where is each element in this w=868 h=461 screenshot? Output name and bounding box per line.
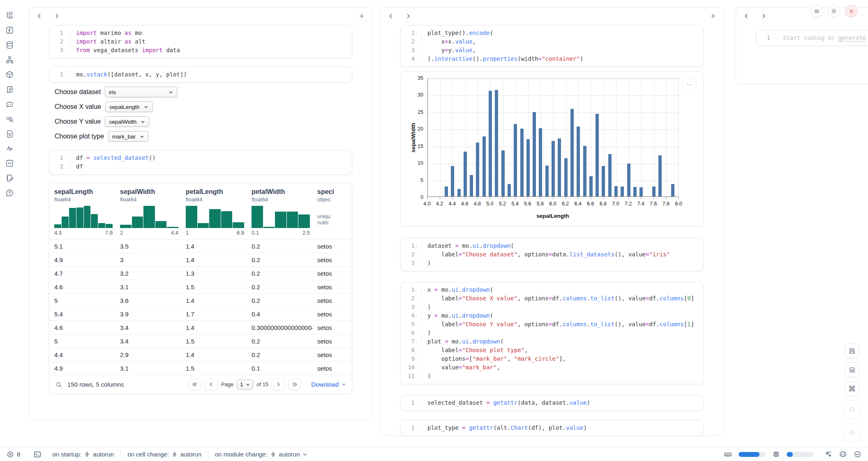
help-icon[interactable] xyxy=(5,188,14,197)
copilot-button[interactable] xyxy=(839,450,847,459)
shutdown-button[interactable] xyxy=(845,5,857,17)
dataframe-table: sepalLengthfloat644.37.9sepalWidthfloat6… xyxy=(49,183,352,394)
empty-cell-editor[interactable]: 1 Start coding or generate with xyxy=(756,30,868,46)
last-page-button[interactable] xyxy=(288,378,301,390)
dropdown-label: Choose plot type xyxy=(55,133,104,140)
table-header-row: sepalLengthfloat644.37.9sepalWidthfloat6… xyxy=(49,183,352,239)
code-cell-plot[interactable]: 1⌄plot_type().encode(2 x=x.value,3 y=y.v… xyxy=(400,25,704,67)
chart-bar xyxy=(652,187,656,197)
generate-link[interactable]: generate xyxy=(838,35,866,41)
on-cell-change-setting[interactable]: on cell change: autorun xyxy=(127,451,201,458)
dataset-select[interactable]: iris xyxy=(105,87,177,97)
code-cell-df[interactable]: 1df = selected_dataset()2df xyxy=(49,150,352,175)
table-column-header[interactable]: petalWidthfloat640.12.5 xyxy=(247,183,312,239)
stop-icon xyxy=(848,406,856,413)
table-column-header[interactable]: sepalWidthfloat6424.4 xyxy=(115,183,181,239)
functions-icon[interactable] xyxy=(5,25,14,35)
outline-search-icon[interactable] xyxy=(5,114,14,123)
chart-plot-area[interactable] xyxy=(427,78,679,197)
dependency-graph-icon[interactable] xyxy=(5,55,14,64)
column-scroll-right-button[interactable] xyxy=(761,13,766,19)
dropdown-label: Choose X value xyxy=(55,103,101,111)
code-cell-selected-dataset[interactable]: 1selected_dataset = getattr(data, datase… xyxy=(400,395,704,411)
y-value-select[interactable]: sepalWidth xyxy=(105,116,149,127)
column-histogram xyxy=(120,206,178,228)
code-cell-xyplot-dropdowns[interactable]: 1⌄x = mo.ui.dropdown(2 label="Choose X v… xyxy=(400,282,704,384)
column-scroll-left-button[interactable] xyxy=(743,13,749,19)
plot-type-select[interactable]: mark_bar xyxy=(108,131,148,142)
error-indicator[interactable]: 0 xyxy=(7,451,20,458)
on-startup-setting[interactable]: on startup: autorun xyxy=(52,451,114,458)
terminal-button[interactable] xyxy=(33,450,42,459)
table-row: 53.41.50.2setos xyxy=(49,334,352,348)
tracing-icon[interactable] xyxy=(5,144,14,153)
dropdown-row-dataset: Choose dataset iris xyxy=(55,87,352,97)
chart-bar xyxy=(621,187,624,197)
page-select[interactable]: 1 xyxy=(237,380,253,390)
chart-bar xyxy=(671,184,674,197)
chart-bar xyxy=(639,187,643,197)
code-cell-imports[interactable]: 1import marimo as mo2import altair as al… xyxy=(49,25,352,58)
layout-button[interactable] xyxy=(845,362,859,377)
x-value-select[interactable]: sepalLength xyxy=(105,101,152,112)
stop-button[interactable] xyxy=(843,400,861,419)
chart-bar xyxy=(501,150,505,197)
download-button[interactable]: Download xyxy=(311,381,346,388)
add-cell-button[interactable] xyxy=(710,13,716,19)
settings-button[interactable] xyxy=(828,5,840,17)
close-icon xyxy=(849,9,854,14)
save-button[interactable] xyxy=(845,343,859,358)
scratchpad-icon[interactable] xyxy=(5,173,14,182)
chart-bar xyxy=(614,186,618,197)
lightning-icon xyxy=(270,452,276,457)
file-tree-icon[interactable] xyxy=(5,11,14,20)
table-column-header[interactable]: speciobjecuniqunulls: xyxy=(312,183,352,239)
chart-menu-button[interactable] xyxy=(682,77,697,92)
lightning-icon xyxy=(172,452,178,457)
code-cell-plot-type[interactable]: 1plot_type = getattr(alt.Chart(df), plot… xyxy=(400,420,704,436)
keyboard-shortcuts-button[interactable]: ⌘ xyxy=(845,381,859,396)
code-cell-vstack[interactable]: 1mo.vstack([dataset, x, y, plot]) xyxy=(49,67,352,83)
table-row: 4.931.40.2setos xyxy=(49,253,352,266)
error-circle-icon xyxy=(7,451,14,458)
table-row: 5.13.51.40.2setos xyxy=(49,239,352,253)
on-module-change-setting[interactable]: on module change: autorun xyxy=(215,451,307,458)
table-column-header[interactable]: sepalLengthfloat644.37.9 xyxy=(49,183,115,239)
snippets-icon[interactable] xyxy=(5,159,14,168)
ai-chat-icon[interactable] xyxy=(5,99,14,108)
play-icon xyxy=(848,429,856,436)
menu-button[interactable] xyxy=(810,5,823,17)
cpu-usage-meter[interactable] xyxy=(787,452,814,457)
gear-icon xyxy=(831,8,837,14)
table-column-header[interactable]: petalLengthfloat6416.9 xyxy=(181,183,247,239)
memory-meter-fill xyxy=(739,452,760,457)
run-button[interactable] xyxy=(843,423,861,442)
chart-bar xyxy=(627,164,630,197)
ai-sparkles-button[interactable] xyxy=(824,450,832,458)
chart-bar xyxy=(658,155,662,197)
column-scroll-left-button[interactable] xyxy=(37,13,42,19)
floating-actions: ⌘ xyxy=(843,343,861,442)
code-cell-dataset-dropdown[interactable]: 1⌄dataset = mo.ui.dropdown(2 label="Choo… xyxy=(400,238,704,271)
first-page-button[interactable] xyxy=(188,378,201,390)
documentation-icon[interactable] xyxy=(5,129,14,138)
cpu-meter-fill xyxy=(787,452,793,457)
memory-usage-meter[interactable] xyxy=(739,452,766,457)
previous-page-button[interactable] xyxy=(205,378,218,390)
add-cell-button[interactable] xyxy=(359,13,365,19)
column-scroll-right-button[interactable] xyxy=(405,13,411,19)
connection-status-icon[interactable] xyxy=(854,450,861,458)
chart-bar xyxy=(457,189,461,197)
next-page-button[interactable] xyxy=(272,378,285,390)
logs-icon[interactable] xyxy=(5,85,14,94)
column-scroll-right-button[interactable] xyxy=(54,13,60,19)
divider xyxy=(208,449,208,459)
chart-bar xyxy=(445,187,448,197)
chart-bar xyxy=(577,127,580,197)
chart-bar xyxy=(520,129,524,197)
chart-y-axis-title: sepalWidth xyxy=(410,123,416,152)
search-icon[interactable] xyxy=(55,381,62,388)
column-scroll-left-button[interactable] xyxy=(388,13,394,19)
datasources-icon[interactable] xyxy=(5,40,14,49)
packages-icon[interactable] xyxy=(5,70,14,79)
